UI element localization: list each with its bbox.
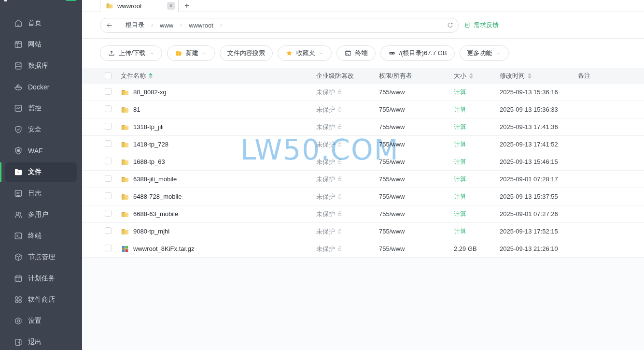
sidebar-item-shield-globe[interactable]: WAF: [5, 141, 77, 160]
toolbar-button-6[interactable]: 更多功能: [460, 45, 509, 61]
sidebar-item-calendar[interactable]: 计划任务: [5, 269, 77, 288]
row-checkbox[interactable]: [105, 123, 112, 130]
back-arrow-icon[interactable]: [100, 18, 118, 32]
row-checkbox[interactable]: [105, 88, 112, 95]
file-name[interactable]: 81: [133, 106, 140, 113]
row-checkbox[interactable]: [105, 105, 112, 112]
file-name[interactable]: 1688-tp_63: [133, 158, 165, 165]
modified-time: 2025-09-13 15:36:33: [500, 106, 578, 113]
toolbar-button-4[interactable]: 终端: [336, 45, 376, 61]
header-file-name[interactable]: 文件名称: [121, 72, 316, 80]
sidebar-item-exit[interactable]: 退出: [5, 333, 77, 350]
refresh-icon[interactable]: [442, 18, 458, 32]
shield-globe-icon: [14, 146, 23, 156]
owner-perms: 755/www: [379, 158, 454, 165]
toolbar-button-3[interactable]: 收藏夹: [278, 45, 332, 61]
sort-icon[interactable]: [528, 73, 532, 79]
owner-perms: 755/www: [379, 141, 454, 148]
size-compute-link[interactable]: 计算: [454, 88, 466, 96]
breadcrumb-trail: 根目录wwwwwwroot: [118, 18, 442, 32]
size-compute-link[interactable]: 计算: [454, 106, 466, 113]
archive-icon: [121, 245, 129, 253]
row-checkbox[interactable]: [105, 158, 112, 164]
row-checkbox-cell: [82, 175, 121, 183]
table-row: 80_8082-xg未保护755/www计算2025-09-13 15:36:1…: [82, 84, 644, 101]
breadcrumb-item-1[interactable]: www: [160, 22, 173, 29]
sidebar-item-website[interactable]: 网站: [5, 35, 77, 54]
file-name[interactable]: 9080-tp_mjhl: [133, 228, 169, 235]
size-compute-link[interactable]: 计算: [454, 228, 466, 235]
size-compute-link[interactable]: 计算: [454, 141, 466, 148]
size-compute-link[interactable]: 计算: [454, 175, 466, 183]
table-row: 81未保护755/www计算2025-09-13 15:36:33: [82, 101, 644, 118]
sidebar-item-app-store[interactable]: 软件商店: [5, 290, 77, 309]
home-icon: [14, 18, 23, 28]
sidebar-item-label: WAF: [28, 147, 43, 155]
tamper-status: 未保护: [316, 175, 379, 184]
sidebar-item-docker[interactable]: Docker: [5, 77, 77, 97]
sidebar-item-label: 软件商店: [28, 295, 55, 304]
chevron-right-icon: [219, 23, 224, 28]
docker-icon: [14, 82, 23, 92]
file-name[interactable]: 1318-tp_jili: [133, 123, 164, 131]
row-checkbox[interactable]: [105, 140, 112, 147]
sidebar-item-label: 计划任务: [28, 274, 55, 283]
toolbar-button-2[interactable]: 文件内容搜索: [220, 45, 273, 61]
sort-icon[interactable]: [149, 73, 153, 79]
row-checkbox[interactable]: [105, 210, 112, 217]
tamper-status: 未保护: [316, 158, 379, 166]
table-row: 6688-63_mobile未保护755/www计算2025-09-01 07:…: [82, 205, 644, 223]
toolbar-button-0[interactable]: 上传/下载: [100, 45, 162, 61]
toolbar-button-label: 更多功能: [467, 49, 492, 58]
feedback-link[interactable]: 需求反馈: [464, 21, 499, 29]
file-name[interactable]: 1418-tp_728: [133, 141, 168, 148]
sidebar-item-shield-check[interactable]: 安全: [5, 120, 77, 139]
select-all-checkbox[interactable]: [105, 73, 112, 79]
size-compute-link[interactable]: 计算: [454, 210, 466, 218]
breadcrumb-item-0[interactable]: 根目录: [126, 21, 144, 29]
sidebar-item-database[interactable]: 数据库: [5, 56, 77, 75]
modified-time: 2025-09-01 07:28:17: [500, 175, 578, 183]
row-checkbox[interactable]: [105, 192, 112, 199]
sidebar-item-gear[interactable]: 设置: [5, 311, 77, 331]
unlock-icon: [337, 228, 343, 234]
size-compute-link[interactable]: 计算: [454, 123, 466, 131]
sidebar-item-log[interactable]: 日志: [5, 184, 77, 203]
folder-icon: [121, 210, 129, 219]
toolbar-button-label: 文件内容搜索: [227, 49, 265, 58]
terminal-icon: [14, 231, 23, 241]
file-name[interactable]: 6388-jili_mobile: [133, 175, 177, 183]
sidebar-item-label: 文件: [28, 168, 42, 176]
row-checkbox[interactable]: [105, 245, 112, 251]
sidebar-item-monitor[interactable]: 监控: [5, 99, 77, 118]
file-name[interactable]: 6488-728_mobile: [133, 193, 182, 200]
website-icon: [14, 40, 23, 49]
size-compute-link[interactable]: 计算: [454, 158, 466, 165]
sidebar-item-label: 终端: [28, 232, 42, 240]
tab-bar: wwwroot × +: [82, 0, 644, 12]
toolbar-button-5[interactable]: /(根目录)67.7 GB: [380, 45, 455, 61]
header-size[interactable]: 大小: [454, 72, 500, 80]
sidebar-item-cube[interactable]: 节点管理: [5, 248, 77, 267]
sidebar-item-folder[interactable]: 文件: [5, 162, 77, 182]
folder-icon: [121, 88, 129, 97]
toolbar-button-1[interactable]: 新建: [167, 45, 215, 61]
file-name[interactable]: wwwroot_8KiFx.tar.gz: [133, 245, 194, 252]
file-name[interactable]: 80_8082-xg: [133, 88, 167, 96]
sidebar-item-users[interactable]: 多用户: [5, 205, 77, 224]
row-checkbox[interactable]: [105, 227, 112, 234]
size-compute-link[interactable]: 计算: [454, 193, 466, 200]
file-name[interactable]: 6688-63_mobile: [133, 210, 178, 218]
new-tab-button[interactable]: +: [179, 0, 195, 12]
breadcrumb: 根目录wwwwwwroot: [100, 18, 459, 33]
row-checkbox[interactable]: [105, 175, 112, 182]
sidebar-item-home[interactable]: 首页: [5, 14, 77, 33]
header-mtime[interactable]: 修改时间: [500, 72, 578, 80]
sidebar-item-terminal[interactable]: 终端: [5, 226, 77, 246]
empty-area: [82, 258, 644, 350]
sort-icon[interactable]: [469, 73, 473, 79]
breadcrumb-item-2[interactable]: wwwroot: [189, 22, 213, 29]
tab-wwwroot[interactable]: wwwroot ×: [100, 0, 179, 12]
main-content: wwwroot × + 根目录wwwwwwroot 需求反馈 上传/下载新建文件…: [82, 0, 644, 350]
close-icon[interactable]: ×: [167, 2, 175, 10]
